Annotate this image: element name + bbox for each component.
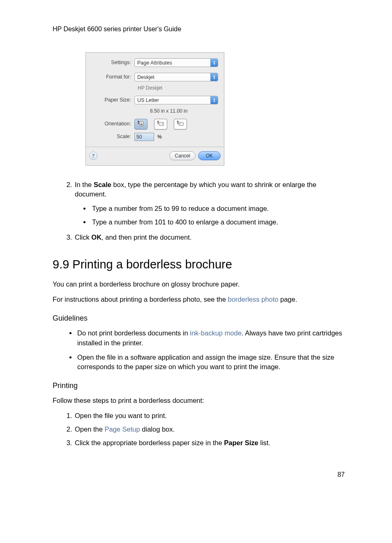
section-paragraph-2: For instructions about printing a border…	[53, 295, 345, 304]
help-button[interactable]: ?	[89, 152, 97, 160]
svg-point-6	[182, 124, 183, 125]
combo-arrows-icon: ▲▼	[210, 73, 218, 81]
format-for-row: Format for: Deskjet ▲▼	[92, 73, 218, 81]
borderless-photo-link[interactable]: borderless photo	[228, 296, 279, 303]
printing-heading: Printing	[53, 381, 345, 391]
paper-size-combo[interactable]: US Letter ▲▼	[134, 96, 218, 104]
guidelines-list: Do not print borderless documents in ink…	[53, 328, 345, 371]
step-2-sublist: Type a number from 25 to 99 to reduce a …	[90, 204, 345, 227]
combo-arrows-icon: ▲▼	[210, 96, 218, 104]
page-header: HP Deskjet 6600 series printer User's Gu…	[53, 25, 345, 34]
guideline-2: Open the file in a software application …	[76, 353, 345, 372]
printing-intro: Follow these steps to print a borderless…	[53, 396, 345, 405]
scale-percent-label: %	[157, 134, 162, 141]
svg-rect-5	[179, 122, 183, 125]
scale-input[interactable]	[134, 133, 154, 141]
dialog-footer: ? Cancel OK	[88, 147, 222, 165]
svg-point-4	[160, 124, 161, 125]
portrait-icon	[137, 120, 145, 128]
landscape-right-icon	[177, 120, 184, 128]
section-title-9-9: 9.9 Printing a borderless brochure	[53, 256, 345, 273]
cancel-label: Cancel	[175, 153, 190, 159]
ok-bold: OK	[91, 233, 101, 241]
paper-size-bold: Paper Size	[224, 439, 258, 446]
svg-point-1	[141, 122, 142, 123]
section-paragraph-1: You can print a borderless brochure on g…	[53, 280, 345, 289]
cancel-button[interactable]: Cancel	[169, 151, 195, 160]
printing-steps: Open the file you want to print. Open th…	[53, 411, 345, 448]
page-number: 87	[53, 470, 345, 479]
settings-label: Settings:	[92, 59, 134, 67]
steps-list: In the Scale box, type the percentage by…	[53, 180, 345, 242]
orientation-landscape-left-button[interactable]	[154, 119, 167, 129]
orientation-portrait-button[interactable]	[134, 119, 148, 129]
paper-size-value: US Letter	[135, 96, 210, 104]
step-2-bullet-2: Type a number from 101 to 400 to enlarge…	[90, 217, 345, 227]
scale-bold: Scale	[94, 181, 111, 188]
settings-row: Settings: Page Attributes ▲▼	[92, 58, 218, 67]
ink-backup-mode-link[interactable]: ink-backup mode	[190, 329, 242, 337]
orientation-row: Orientation:	[92, 119, 218, 129]
page-setup-dialog-figure: Settings: Page Attributes ▲▼ Format for:…	[85, 52, 345, 166]
combo-arrows-icon: ▲▼	[210, 59, 218, 67]
scale-row: Scale: %	[92, 133, 218, 141]
format-for-combo[interactable]: Deskjet ▲▼	[134, 73, 218, 81]
step-3: Click OK, and then print the document.	[74, 233, 345, 242]
print-step-2: Open the Page Setup dialog box.	[74, 425, 345, 434]
help-icon: ?	[92, 152, 95, 159]
page-setup-link[interactable]: Page Setup	[104, 425, 140, 433]
settings-value: Page Attributes	[135, 59, 210, 67]
print-step-3: Click the appropriate borderless paper s…	[74, 438, 345, 448]
paper-size-row: Paper Size: US Letter ▲▼	[92, 96, 218, 104]
page-setup-dialog: Settings: Page Attributes ▲▼ Format for:…	[85, 52, 224, 166]
print-step-1: Open the file you want to print.	[74, 411, 345, 421]
guidelines-heading: Guidelines	[53, 313, 345, 323]
format-for-value: Deskjet	[135, 73, 210, 81]
paper-size-subtext: 8.50 in x 11.00 in	[138, 108, 218, 115]
orientation-landscape-right-button[interactable]	[174, 119, 187, 129]
landscape-left-icon	[157, 120, 164, 128]
format-for-subtext: HP Deskjet	[138, 85, 218, 92]
guideline-1: Do not print borderless documents in ink…	[76, 328, 345, 347]
step-2-bullet-1: Type a number from 25 to 99 to reduce a …	[90, 204, 345, 213]
step-2: In the Scale box, type the percentage by…	[74, 180, 345, 227]
paper-size-label: Paper Size:	[92, 97, 134, 104]
svg-rect-2	[141, 124, 143, 125]
ok-label: OK	[206, 153, 213, 159]
orientation-label: Orientation:	[92, 120, 134, 128]
scale-label: Scale:	[92, 133, 134, 141]
ok-button[interactable]: OK	[198, 151, 221, 160]
settings-combo[interactable]: Page Attributes ▲▼	[134, 58, 218, 67]
format-for-label: Format for:	[92, 74, 134, 81]
svg-rect-3	[159, 122, 164, 125]
orientation-group	[134, 119, 187, 129]
